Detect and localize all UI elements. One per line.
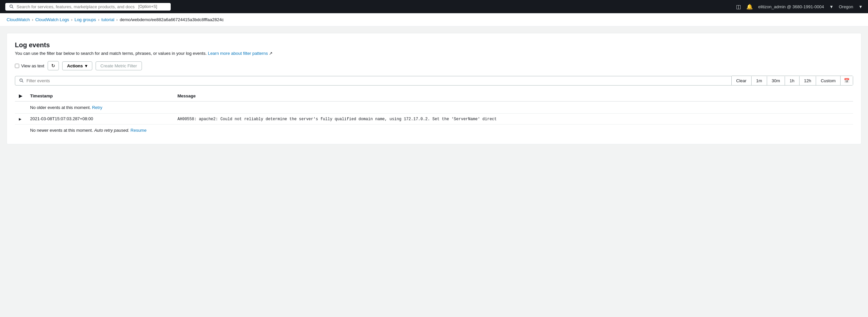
- table-row: ▶ 2021-03-08T15:07:03.287+08:00 AH00558:…: [15, 114, 853, 125]
- table-header: ▶ Timestamp Message: [15, 91, 853, 101]
- top-nav-right: ◫ 🔔 elitizon_admin @ 3680-1991-0004 ▼ Or…: [736, 4, 863, 10]
- svg-line-3: [22, 81, 24, 82]
- main-content: Log events You can use the filter bar be…: [7, 33, 861, 144]
- resume-link[interactable]: Resume: [131, 128, 147, 133]
- log-table: ▶ Timestamp Message No older events at t…: [15, 91, 853, 136]
- actions-button[interactable]: Actions ▾: [62, 62, 92, 70]
- actions-chevron-icon: ▾: [85, 63, 87, 68]
- auto-retry-paused-text: Auto retry paused.: [94, 128, 129, 133]
- row-message-cell: AH00558: apache2: Could not reliably det…: [174, 114, 853, 125]
- search-icon: [9, 4, 14, 9]
- global-search-input[interactable]: [17, 4, 135, 9]
- no-newer-expand-cell: [15, 125, 26, 136]
- table-header-message: Message: [174, 91, 853, 101]
- svg-line-1: [12, 7, 13, 9]
- filter-clear-button[interactable]: Clear: [732, 76, 751, 85]
- filter-search-icon: [19, 78, 24, 83]
- expand-all-arrow[interactable]: ▶: [19, 94, 22, 98]
- filter-custom-button[interactable]: Custom: [816, 76, 840, 85]
- breadcrumb-cloudwatch-logs[interactable]: CloudWatch Logs: [35, 17, 69, 22]
- external-link-icon: ↗: [269, 51, 273, 56]
- breadcrumb: CloudWatch › CloudWatch Logs › Log group…: [0, 13, 868, 26]
- breadcrumb-log-groups[interactable]: Log groups: [74, 17, 96, 22]
- learn-more-link[interactable]: Learn more about filter patterns: [208, 51, 268, 56]
- row-message: AH00558: apache2: Could not reliably det…: [178, 117, 497, 121]
- filter-30m-button[interactable]: 30m: [767, 76, 785, 85]
- no-newer-events-cell: No newer events at this moment. Auto ret…: [26, 125, 853, 136]
- filter-calendar-button[interactable]: 📅: [840, 76, 853, 85]
- svg-point-2: [20, 79, 23, 81]
- create-metric-filter-button[interactable]: Create Metric Filter: [96, 62, 142, 70]
- breadcrumb-sep-1: ›: [32, 17, 33, 22]
- no-older-events-cell: No older events at this moment. Retry: [26, 101, 853, 114]
- calendar-icon: 📅: [844, 78, 849, 83]
- user-chevron[interactable]: ▼: [829, 4, 834, 9]
- no-newer-events-row: No newer events at this moment. Auto ret…: [15, 125, 853, 136]
- row-timestamp-cell: 2021-03-08T15:07:03.287+08:00: [26, 114, 174, 125]
- refresh-icon: ↻: [51, 63, 55, 68]
- breadcrumb-sep-4: ›: [117, 17, 118, 22]
- breadcrumb-sep-3: ›: [98, 17, 99, 22]
- region-label[interactable]: Oregon: [839, 4, 853, 9]
- filter-1h-button[interactable]: 1h: [785, 76, 799, 85]
- bell-icon[interactable]: 🔔: [746, 4, 753, 10]
- row-expand-arrow[interactable]: ▶: [19, 117, 22, 121]
- table-header-timestamp: Timestamp: [26, 91, 174, 101]
- filter-input-wrapper[interactable]: [15, 76, 732, 85]
- filter-bar: Clear 1m 30m 1h 12h Custom 📅: [15, 76, 853, 85]
- toolbar: View as text ↻ Actions ▾ Create Metric F…: [15, 61, 853, 70]
- row-timestamp: 2021-03-08T15:07:03.287+08:00: [30, 116, 93, 121]
- breadcrumb-tutorial[interactable]: tutorial: [101, 17, 115, 22]
- top-nav: [Option+S] ◫ 🔔 elitizon_admin @ 3680-199…: [0, 0, 868, 13]
- region-chevron[interactable]: ▼: [859, 4, 863, 9]
- filter-1m-button[interactable]: 1m: [751, 76, 767, 85]
- global-search-bar[interactable]: [Option+S]: [5, 3, 171, 10]
- view-as-text-label[interactable]: View as text: [15, 63, 44, 68]
- retry-link[interactable]: Retry: [92, 105, 102, 110]
- row-expand-cell[interactable]: ▶: [15, 114, 26, 125]
- breadcrumb-sep-2: ›: [71, 17, 72, 22]
- breadcrumb-current: demo/webdemo/ee882a6a66724415a3bdc8fffaa…: [120, 17, 224, 22]
- user-info[interactable]: elitizon_admin @ 3680-1991-0004: [758, 4, 824, 9]
- page-description: You can use the filter bar below to sear…: [15, 51, 853, 56]
- no-older-events-row: No older events at this moment. Retry: [15, 101, 853, 114]
- filter-12h-button[interactable]: 12h: [799, 76, 816, 85]
- actions-label: Actions: [67, 63, 83, 68]
- refresh-button[interactable]: ↻: [48, 61, 59, 70]
- view-as-text-checkbox[interactable]: [15, 64, 19, 68]
- table-header-expand: ▶: [15, 91, 26, 101]
- svg-point-0: [10, 5, 12, 8]
- terminal-icon[interactable]: ◫: [736, 4, 741, 10]
- filter-events-input[interactable]: [27, 78, 727, 83]
- filter-time-buttons: Clear 1m 30m 1h 12h Custom 📅: [732, 76, 853, 85]
- breadcrumb-cloudwatch[interactable]: CloudWatch: [7, 17, 30, 22]
- search-shortcut: [Option+S]: [138, 4, 157, 9]
- no-older-expand-cell: [15, 101, 26, 114]
- page-title: Log events: [15, 41, 853, 49]
